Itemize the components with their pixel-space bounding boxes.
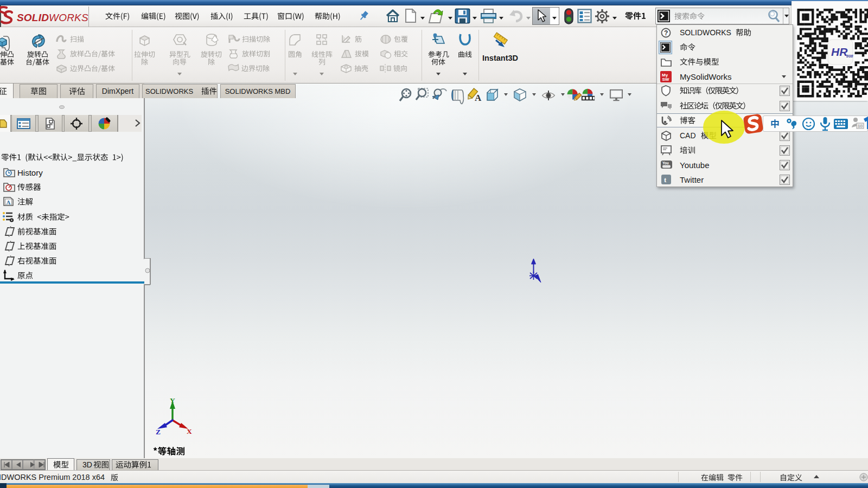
svg-text:HR: HR [831, 46, 848, 58]
svg-text:t: t [664, 176, 667, 184]
svg-text:You: You [662, 161, 669, 165]
svg-text:Z: Z [156, 428, 161, 436]
svg-text:A: A [475, 93, 482, 103]
svg-text:Y: Y [170, 396, 175, 404]
svg-text:?: ? [664, 29, 668, 37]
svg-text:A: A [7, 199, 11, 206]
svg-text:SW: SW [662, 77, 669, 82]
svg-text:X: X [187, 427, 192, 435]
svg-text:808: 808 [846, 54, 853, 59]
